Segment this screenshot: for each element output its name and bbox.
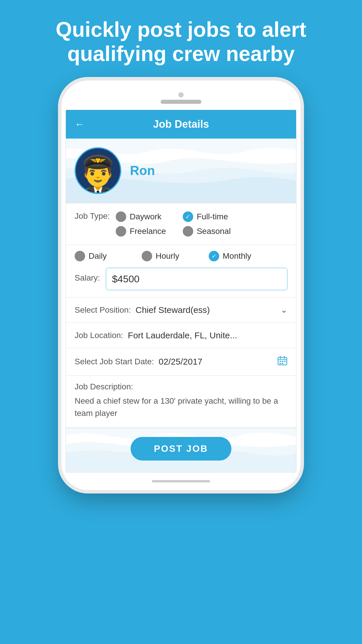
position-value: Chief Steward(ess) [136,305,276,315]
svg-rect-7 [284,361,286,362]
phone-bottom [61,473,301,490]
phone-screen: ← Job Details 👨‍✈️ [66,110,296,473]
daywork-option[interactable]: Daywork [116,211,174,222]
hourly-option[interactable]: Hourly [142,251,200,261]
daily-option[interactable]: Daily [75,251,133,261]
start-date-value: 02/25/2017 [159,357,273,367]
svg-rect-6 [282,361,283,362]
headline-line1: Quickly post jobs to alert [56,18,306,41]
salary-header: Daily Hourly ✓ Monthly [75,251,287,261]
fulltime-radio[interactable]: ✓ [183,211,193,222]
daywork-radio[interactable] [116,211,126,222]
daily-label: Daily [89,251,107,261]
avatar: 👨‍✈️ [75,147,121,194]
profile-banner: 👨‍✈️ Ron [66,139,296,203]
speaker-grille [161,100,201,104]
salary-label: Salary: [75,273,100,283]
phone-body: ← Job Details 👨‍✈️ [61,80,301,490]
freelance-radio[interactable] [116,226,126,237]
calendar-icon[interactable] [277,356,287,368]
salary-section: Daily Hourly ✓ Monthly [66,245,296,298]
freelance-option[interactable]: Freelance [116,226,174,237]
description-label: Job Description: [75,382,287,391]
form-section: Job Type: Daywork ✓ Full-time [66,203,296,428]
position-row[interactable]: Select Position: Chief Steward(ess) ⌄ [66,298,296,323]
monthly-radio[interactable]: ✓ [209,251,219,261]
monthly-label: Monthly [223,251,251,261]
hourly-radio[interactable] [142,251,152,261]
app-header: ← Job Details [66,110,296,139]
svg-rect-9 [282,363,283,364]
freelance-label: Freelance [130,227,166,236]
location-row[interactable]: Job Location: Fort Lauderdale, FL, Unite… [66,323,296,348]
hourly-label: Hourly [156,251,179,261]
fulltime-option[interactable]: ✓ Full-time [183,211,241,222]
post-job-button[interactable]: POST JOB [131,437,231,461]
position-label: Select Position: [75,305,131,315]
job-type-options: Daywork ✓ Full-time Freelance [116,211,241,237]
home-indicator [152,480,210,482]
screen-title: Job Details [153,118,209,130]
seasonal-radio[interactable] [183,226,193,237]
job-type-label: Job Type: [75,211,110,221]
chevron-down-icon: ⌄ [281,305,287,315]
start-date-row[interactable]: Select Job Start Date: 02/25/2017 [66,348,296,376]
monthly-option[interactable]: ✓ Monthly [209,251,267,261]
headline: Quickly post jobs to alert qualifying cr… [32,0,330,80]
salary-input[interactable] [106,268,287,290]
job-type-row: Job Type: Daywork ✓ Full-time [66,203,296,245]
phone-mockup: ← Job Details 👨‍✈️ [56,80,306,644]
job-type-line-1: Daywork ✓ Full-time [116,211,241,222]
job-type-line-2: Freelance Seasonal [116,226,241,237]
daywork-label: Daywork [130,212,161,221]
location-label: Job Location: [75,331,123,340]
salary-input-row: Salary: [75,266,287,290]
location-value: Fort Lauderdale, FL, Unite... [128,330,287,340]
svg-rect-8 [280,363,281,364]
headline-line2: qualifying crew nearby [67,42,295,65]
bottom-banner: POST JOB [66,428,296,472]
description-section: Job Description: Need a chief stew for a… [66,376,296,428]
description-text: Need a chief stew for a 130' private yac… [75,395,287,419]
start-date-label: Select Job Start Date: [75,357,154,366]
front-camera [178,92,184,97]
seasonal-option[interactable]: Seasonal [183,226,241,237]
profile-content: 👨‍✈️ Ron [75,147,287,194]
fulltime-label: Full-time [197,212,228,221]
svg-rect-5 [280,361,281,362]
user-name: Ron [130,163,155,178]
salary-frequency-options: Daily Hourly ✓ Monthly [75,251,267,261]
daily-radio[interactable] [75,251,85,261]
seasonal-label: Seasonal [197,227,231,236]
back-button[interactable]: ← [75,118,85,130]
phone-top [61,89,301,110]
